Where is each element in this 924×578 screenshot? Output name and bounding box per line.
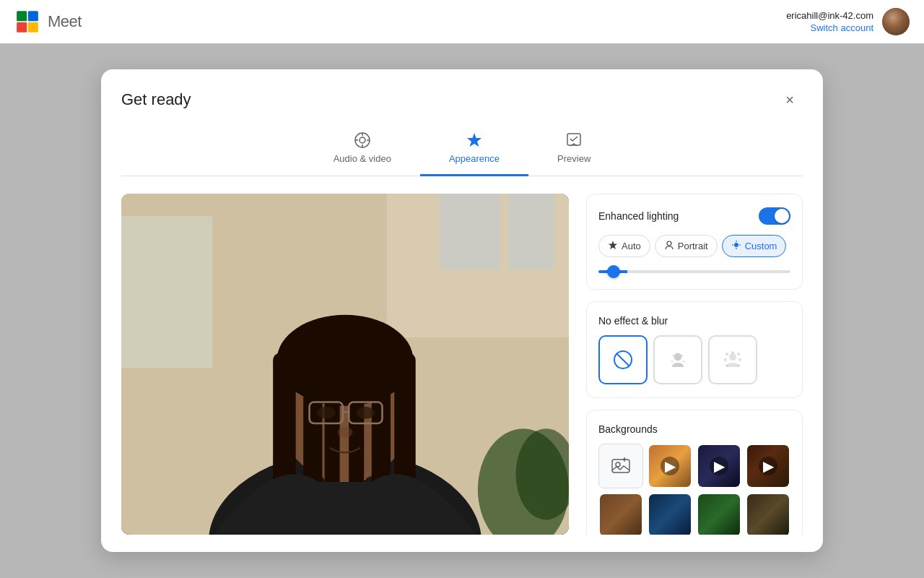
- backgrounds-section-title: Backgrounds: [598, 423, 790, 435]
- tab-audio-video-label: Audio & video: [334, 153, 391, 164]
- svg-rect-3: [17, 22, 27, 33]
- lighting-mode-buttons: Auto Portrait: [598, 235, 790, 257]
- svg-point-39: [667, 241, 671, 246]
- auto-mode-button[interactable]: Auto: [598, 235, 650, 257]
- user-info: ericahill@ink-42.com Switch account: [786, 10, 873, 34]
- user-email: ericahill@ink-42.com: [786, 10, 873, 21]
- modal-header: Get ready ×: [101, 69, 823, 113]
- bg-play-icon-2: ▶: [710, 457, 728, 475]
- video-panel: [121, 194, 569, 535]
- lighting-header: Enhanced lighting: [598, 207, 790, 225]
- svg-point-57: [724, 358, 727, 361]
- svg-line-46: [616, 353, 629, 366]
- svg-point-59: [725, 364, 728, 367]
- portrait-mode-button[interactable]: Portrait: [655, 235, 718, 257]
- svg-rect-18: [121, 216, 212, 368]
- background-item-3[interactable]: ▶: [746, 444, 790, 488]
- background-item-5[interactable]: [648, 493, 692, 535]
- switch-account-link[interactable]: Switch account: [811, 22, 873, 33]
- svg-point-6: [359, 137, 365, 143]
- background-grid: ▶ ▶ ▶: [598, 444, 790, 535]
- svg-point-53: [729, 353, 736, 361]
- tab-appearance[interactable]: Appearence: [420, 124, 528, 176]
- svg-point-56: [737, 353, 740, 355]
- modal-title: Get ready: [121, 90, 191, 109]
- svg-point-50: [681, 355, 684, 357]
- background-item-2[interactable]: ▶: [697, 444, 741, 488]
- brand-area: Meet: [14, 9, 82, 35]
- close-button[interactable]: ×: [777, 87, 803, 113]
- auto-icon: [608, 240, 618, 252]
- custom-mode-label: Custom: [745, 241, 777, 251]
- tab-preview[interactable]: Preview: [528, 124, 619, 176]
- custom-icon: [731, 240, 741, 252]
- lighting-toggle[interactable]: [759, 207, 790, 225]
- backgrounds-card: Backgrounds: [586, 410, 803, 535]
- user-area: ericahill@ink-42.com Switch account: [786, 8, 910, 35]
- svg-rect-4: [28, 22, 38, 33]
- portrait-mode-label: Portrait: [678, 241, 708, 251]
- svg-point-54: [725, 353, 728, 355]
- background-item-4[interactable]: [598, 493, 643, 535]
- audio-video-tab-icon: [354, 131, 371, 149]
- topbar: Meet ericahill@ink-42.com Switch account: [0, 0, 924, 43]
- brightness-slider[interactable]: [598, 270, 790, 273]
- effects-card: No effect & blur: [586, 301, 803, 398]
- svg-rect-28: [394, 353, 415, 486]
- background-item-6[interactable]: [697, 493, 741, 535]
- bg-play-icon-3: ▶: [759, 457, 777, 475]
- preview-tab-icon: [565, 131, 583, 149]
- svg-rect-2: [28, 11, 38, 21]
- svg-point-52: [683, 361, 685, 363]
- avatar[interactable]: [882, 8, 910, 35]
- video-feed: [121, 194, 569, 535]
- background-item-1[interactable]: ▶: [648, 444, 692, 488]
- svg-point-60: [737, 364, 740, 367]
- appearance-tab-icon: [466, 131, 483, 149]
- svg-point-62: [616, 462, 620, 467]
- effects-section-title: No effect & blur: [598, 315, 790, 327]
- background-item-7[interactable]: [746, 493, 790, 535]
- effect-options: [598, 335, 790, 384]
- heavy-blur-button[interactable]: [708, 335, 757, 384]
- svg-point-40: [734, 243, 738, 247]
- avatar-image: [882, 8, 910, 35]
- lighting-card: Enhanced lighting Auto: [586, 194, 803, 290]
- slider-thumb: [607, 265, 620, 278]
- svg-point-51: [671, 361, 674, 363]
- svg-point-58: [738, 358, 741, 361]
- light-blur-button[interactable]: [653, 335, 702, 384]
- toggle-track[interactable]: [759, 207, 790, 225]
- svg-marker-38: [609, 241, 617, 249]
- modal-body: Enhanced lighting Auto: [101, 176, 823, 552]
- svg-rect-1: [17, 11, 27, 21]
- svg-point-24: [276, 315, 413, 406]
- brightness-slider-wrap[interactable]: [598, 267, 790, 276]
- get-ready-modal: Get ready × Audio & video: [101, 69, 823, 552]
- upload-background-button[interactable]: [598, 444, 643, 488]
- svg-point-35: [357, 407, 375, 419]
- custom-mode-button[interactable]: Custom: [722, 235, 787, 257]
- tab-appearance-label: Appearence: [449, 153, 500, 164]
- svg-point-55: [731, 351, 734, 354]
- tab-preview-label: Preview: [557, 153, 590, 164]
- tab-bar: Audio & video Appearence: [121, 113, 803, 176]
- svg-point-34: [317, 407, 335, 419]
- app-title: Meet: [48, 12, 82, 31]
- tab-audio-video[interactable]: Audio & video: [305, 124, 420, 176]
- bg-play-icon-1: ▶: [661, 457, 679, 475]
- svg-marker-11: [467, 133, 481, 147]
- modal-overlay: Get ready × Audio & video: [0, 43, 924, 578]
- svg-point-36: [337, 427, 352, 438]
- svg-rect-25: [273, 353, 296, 489]
- toggle-thumb: [775, 209, 789, 223]
- no-effect-button[interactable]: [598, 335, 648, 384]
- portrait-icon: [664, 240, 674, 252]
- meet-logo-icon: [14, 9, 40, 35]
- auto-mode-label: Auto: [622, 241, 641, 251]
- svg-point-49: [673, 355, 675, 357]
- right-panel: Enhanced lighting Auto: [586, 194, 803, 535]
- svg-rect-61: [612, 460, 629, 473]
- lighting-label: Enhanced lighting: [598, 210, 679, 222]
